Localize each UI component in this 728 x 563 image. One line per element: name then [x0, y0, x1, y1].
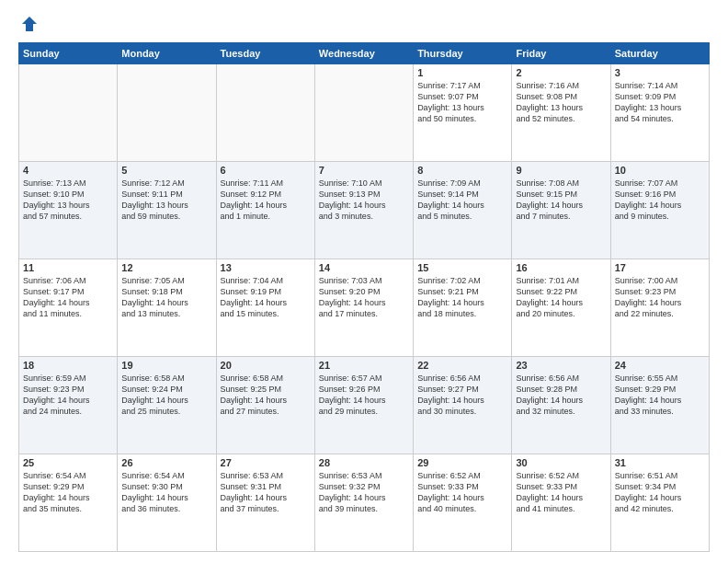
calendar-cell: 27Sunrise: 6:53 AM Sunset: 9:31 PM Dayli…	[216, 454, 314, 552]
page: SundayMondayTuesdayWednesdayThursdayFrid…	[0, 0, 728, 563]
cell-content: Sunrise: 6:55 AM Sunset: 9:29 PM Dayligh…	[615, 373, 705, 418]
calendar-cell: 12Sunrise: 7:05 AM Sunset: 9:18 PM Dayli…	[118, 259, 216, 357]
cell-content: Sunrise: 6:58 AM Sunset: 9:25 PM Dayligh…	[221, 373, 311, 418]
day-number: 19	[121, 360, 211, 371]
day-number: 15	[417, 262, 507, 273]
day-number: 23	[516, 360, 606, 371]
calendar-header-friday: Friday	[512, 43, 610, 64]
calendar-cell	[118, 64, 216, 162]
cell-content: Sunrise: 7:13 AM Sunset: 9:10 PM Dayligh…	[23, 178, 113, 223]
cell-content: Sunrise: 7:08 AM Sunset: 9:15 PM Dayligh…	[516, 178, 606, 223]
day-number: 28	[319, 457, 409, 468]
day-number: 5	[121, 165, 211, 176]
cell-content: Sunrise: 7:06 AM Sunset: 9:17 PM Dayligh…	[23, 275, 113, 320]
calendar-cell: 17Sunrise: 7:00 AM Sunset: 9:23 PM Dayli…	[610, 259, 709, 357]
calendar-cell: 5Sunrise: 7:12 AM Sunset: 9:11 PM Daylig…	[118, 162, 216, 259]
day-number: 7	[319, 165, 409, 176]
day-number: 2	[516, 67, 606, 78]
calendar-cell: 13Sunrise: 7:04 AM Sunset: 9:19 PM Dayli…	[216, 259, 314, 357]
calendar-cell: 21Sunrise: 6:57 AM Sunset: 9:26 PM Dayli…	[314, 357, 413, 454]
day-number: 8	[417, 165, 507, 176]
calendar-week-1: 4Sunrise: 7:13 AM Sunset: 9:10 PM Daylig…	[19, 162, 710, 259]
cell-content: Sunrise: 6:56 AM Sunset: 9:28 PM Dayligh…	[516, 373, 606, 418]
calendar-week-2: 11Sunrise: 7:06 AM Sunset: 9:17 PM Dayli…	[19, 259, 710, 357]
calendar-cell: 31Sunrise: 6:51 AM Sunset: 9:34 PM Dayli…	[610, 454, 709, 552]
cell-content: Sunrise: 7:14 AM Sunset: 9:09 PM Dayligh…	[615, 80, 705, 125]
cell-content: Sunrise: 7:04 AM Sunset: 9:19 PM Dayligh…	[221, 275, 311, 320]
day-number: 17	[615, 262, 705, 273]
calendar-cell: 19Sunrise: 6:58 AM Sunset: 9:24 PM Dayli…	[118, 357, 216, 454]
cell-content: Sunrise: 6:53 AM Sunset: 9:31 PM Dayligh…	[221, 470, 311, 515]
day-number: 21	[319, 360, 409, 371]
day-number: 11	[23, 262, 113, 273]
calendar-cell	[216, 64, 314, 162]
calendar-week-0: 1Sunrise: 7:17 AM Sunset: 9:07 PM Daylig…	[19, 64, 710, 162]
day-number: 26	[121, 457, 211, 468]
header	[18, 15, 710, 33]
calendar-cell: 15Sunrise: 7:02 AM Sunset: 9:21 PM Dayli…	[414, 259, 512, 357]
calendar-header-monday: Monday	[118, 43, 216, 64]
calendar-header-thursday: Thursday	[414, 43, 512, 64]
calendar-cell: 11Sunrise: 7:06 AM Sunset: 9:17 PM Dayli…	[19, 259, 118, 357]
calendar-cell: 9Sunrise: 7:08 AM Sunset: 9:15 PM Daylig…	[512, 162, 610, 259]
day-number: 14	[319, 262, 409, 273]
day-number: 25	[23, 457, 113, 468]
calendar-cell: 18Sunrise: 6:59 AM Sunset: 9:23 PM Dayli…	[19, 357, 118, 454]
day-number: 4	[23, 165, 113, 176]
calendar-cell: 1Sunrise: 7:17 AM Sunset: 9:07 PM Daylig…	[414, 64, 512, 162]
day-number: 27	[221, 457, 311, 468]
day-number: 10	[615, 165, 705, 176]
cell-content: Sunrise: 6:56 AM Sunset: 9:27 PM Dayligh…	[417, 373, 507, 418]
cell-content: Sunrise: 6:53 AM Sunset: 9:32 PM Dayligh…	[319, 470, 409, 515]
calendar-header-saturday: Saturday	[610, 43, 709, 64]
cell-content: Sunrise: 6:59 AM Sunset: 9:23 PM Dayligh…	[23, 373, 113, 418]
calendar-cell: 10Sunrise: 7:07 AM Sunset: 9:16 PM Dayli…	[610, 162, 709, 259]
calendar-cell: 16Sunrise: 7:01 AM Sunset: 9:22 PM Dayli…	[512, 259, 610, 357]
calendar-cell: 4Sunrise: 7:13 AM Sunset: 9:10 PM Daylig…	[19, 162, 118, 259]
day-number: 20	[221, 360, 311, 371]
cell-content: Sunrise: 7:01 AM Sunset: 9:22 PM Dayligh…	[516, 275, 606, 320]
calendar-cell	[314, 64, 413, 162]
cell-content: Sunrise: 7:07 AM Sunset: 9:16 PM Dayligh…	[615, 178, 705, 223]
calendar-cell: 20Sunrise: 6:58 AM Sunset: 9:25 PM Dayli…	[216, 357, 314, 454]
cell-content: Sunrise: 6:54 AM Sunset: 9:29 PM Dayligh…	[23, 470, 113, 515]
calendar-cell: 30Sunrise: 6:52 AM Sunset: 9:33 PM Dayli…	[512, 454, 610, 552]
day-number: 1	[417, 67, 507, 78]
calendar-cell: 7Sunrise: 7:10 AM Sunset: 9:13 PM Daylig…	[314, 162, 413, 259]
calendar-cell: 24Sunrise: 6:55 AM Sunset: 9:29 PM Dayli…	[610, 357, 709, 454]
calendar-cell: 25Sunrise: 6:54 AM Sunset: 9:29 PM Dayli…	[19, 454, 118, 552]
cell-content: Sunrise: 6:52 AM Sunset: 9:33 PM Dayligh…	[417, 470, 507, 515]
cell-content: Sunrise: 7:03 AM Sunset: 9:20 PM Dayligh…	[319, 275, 409, 320]
cell-content: Sunrise: 6:54 AM Sunset: 9:30 PM Dayligh…	[121, 470, 211, 515]
calendar-cell: 28Sunrise: 6:53 AM Sunset: 9:32 PM Dayli…	[314, 454, 413, 552]
day-number: 9	[516, 165, 606, 176]
day-number: 29	[417, 457, 507, 468]
calendar-cell: 29Sunrise: 6:52 AM Sunset: 9:33 PM Dayli…	[414, 454, 512, 552]
cell-content: Sunrise: 7:05 AM Sunset: 9:18 PM Dayligh…	[121, 275, 211, 320]
calendar-cell	[19, 64, 118, 162]
calendar-week-4: 25Sunrise: 6:54 AM Sunset: 9:29 PM Dayli…	[19, 454, 710, 552]
cell-content: Sunrise: 6:57 AM Sunset: 9:26 PM Dayligh…	[319, 373, 409, 418]
cell-content: Sunrise: 6:52 AM Sunset: 9:33 PM Dayligh…	[516, 470, 606, 515]
cell-content: Sunrise: 6:58 AM Sunset: 9:24 PM Dayligh…	[121, 373, 211, 418]
calendar-cell: 2Sunrise: 7:16 AM Sunset: 9:08 PM Daylig…	[512, 64, 610, 162]
calendar-cell: 23Sunrise: 6:56 AM Sunset: 9:28 PM Dayli…	[512, 357, 610, 454]
logo-icon	[20, 15, 39, 33]
day-number: 3	[615, 67, 705, 78]
day-number: 6	[221, 165, 311, 176]
day-number: 13	[221, 262, 311, 273]
cell-content: Sunrise: 7:09 AM Sunset: 9:14 PM Dayligh…	[417, 178, 507, 223]
calendar-header-row: SundayMondayTuesdayWednesdayThursdayFrid…	[19, 43, 710, 64]
cell-content: Sunrise: 7:17 AM Sunset: 9:07 PM Dayligh…	[417, 80, 507, 125]
calendar-cell: 3Sunrise: 7:14 AM Sunset: 9:09 PM Daylig…	[610, 64, 709, 162]
calendar-cell: 14Sunrise: 7:03 AM Sunset: 9:20 PM Dayli…	[314, 259, 413, 357]
calendar-header-sunday: Sunday	[19, 43, 118, 64]
day-number: 22	[417, 360, 507, 371]
cell-content: Sunrise: 6:51 AM Sunset: 9:34 PM Dayligh…	[615, 470, 705, 515]
calendar-header-tuesday: Tuesday	[216, 43, 314, 64]
day-number: 24	[615, 360, 705, 371]
calendar-header-wednesday: Wednesday	[314, 43, 413, 64]
svg-marker-0	[22, 17, 37, 31]
day-number: 31	[615, 457, 705, 468]
cell-content: Sunrise: 7:11 AM Sunset: 9:12 PM Dayligh…	[221, 178, 311, 223]
